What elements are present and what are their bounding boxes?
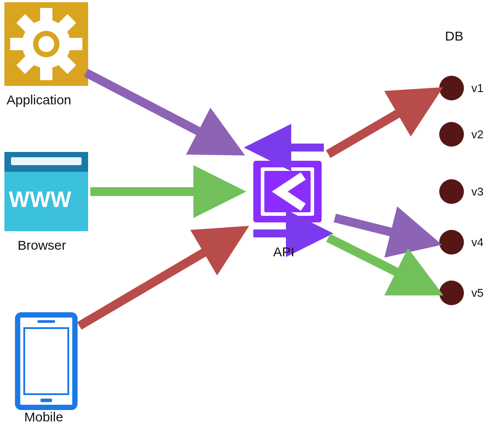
db-node-label-v1: v1 bbox=[471, 81, 483, 95]
arrow-mobile-to-api bbox=[79, 231, 240, 326]
svg-rect-5 bbox=[69, 38, 82, 50]
db-node-label-v4: v4 bbox=[471, 236, 483, 249]
api-label: API bbox=[273, 244, 294, 259]
diagram-canvas: WWW bbox=[0, 0, 504, 425]
svg-rect-17 bbox=[41, 399, 52, 402]
db-node-v2 bbox=[439, 122, 464, 147]
db-node-label-v5: v5 bbox=[471, 286, 483, 300]
mobile-label: Mobile bbox=[24, 410, 63, 425]
db-node-label-v2: v2 bbox=[471, 128, 483, 141]
arrow-api-to-v1 bbox=[328, 92, 434, 154]
db-node-v4 bbox=[439, 230, 464, 255]
svg-rect-14 bbox=[11, 157, 82, 165]
db-nodes bbox=[439, 76, 464, 305]
svg-rect-18 bbox=[37, 320, 55, 323]
arrow-api-to-v4 bbox=[335, 218, 432, 242]
application-label: Application bbox=[7, 92, 71, 107]
svg-point-11 bbox=[38, 36, 54, 52]
api-architecture-diagram: WWW bbox=[0, 0, 504, 425]
svg-rect-3 bbox=[40, 67, 52, 80]
svg-rect-16 bbox=[24, 328, 68, 394]
browser-icon: WWW bbox=[4, 152, 88, 231]
arrow-api-to-v5 bbox=[328, 238, 434, 291]
db-node-v3 bbox=[439, 179, 464, 204]
db-title: DB bbox=[445, 29, 463, 44]
application-icon bbox=[0, 0, 97, 95]
arrow-application-to-api bbox=[86, 73, 236, 151]
api-icon bbox=[253, 161, 322, 222]
db-node-v5 bbox=[439, 281, 464, 305]
browser-www-text: WWW bbox=[9, 187, 71, 212]
db-node-v1 bbox=[439, 76, 464, 100]
mobile-icon bbox=[18, 315, 75, 407]
browser-label: Browser bbox=[18, 238, 66, 253]
svg-rect-4 bbox=[10, 38, 23, 50]
svg-rect-2 bbox=[40, 8, 52, 21]
db-node-label-v3: v3 bbox=[471, 185, 483, 199]
